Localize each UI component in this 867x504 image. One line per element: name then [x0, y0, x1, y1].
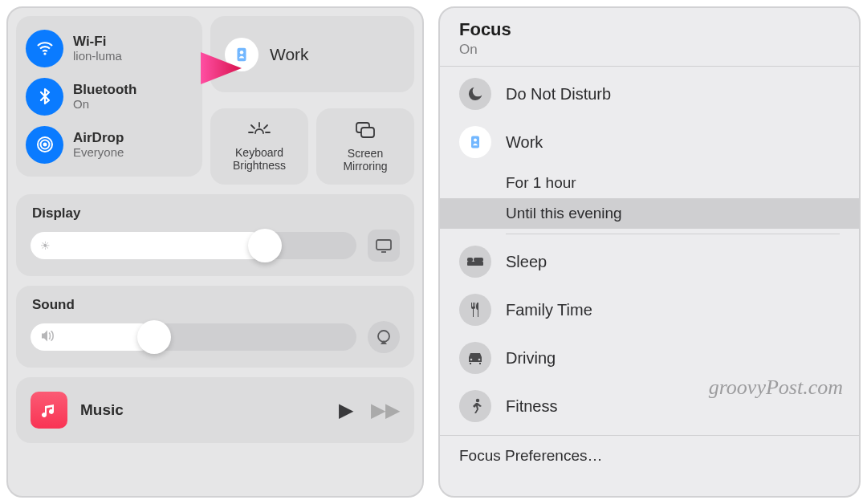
focus-item-label: Work: [506, 133, 543, 152]
airdrop-subtitle: Everyone: [73, 145, 124, 159]
sound-slider[interactable]: [31, 323, 356, 351]
display-label: Display: [32, 205, 400, 222]
speaker-icon: [40, 330, 55, 345]
airdrop-title: AirDrop: [73, 130, 124, 146]
car-icon: [459, 342, 491, 374]
wifi-title: Wi-Fi: [73, 34, 122, 50]
svg-line-9: [251, 125, 254, 128]
focus-button-label: Work: [270, 45, 309, 64]
airplay-audio-button[interactable]: [368, 321, 400, 353]
screen-mirroring-button[interactable]: Screen Mirroring: [316, 108, 414, 185]
focus-item-fitness[interactable]: Fitness: [440, 382, 859, 430]
svg-line-10: [264, 125, 267, 128]
focus-preferences-link[interactable]: Focus Preferences…: [440, 436, 859, 476]
screen-mirroring-icon: [353, 120, 377, 142]
play-icon[interactable]: ▶: [339, 399, 353, 421]
svg-rect-15: [377, 240, 391, 250]
work-option-1hour[interactable]: For 1 hour: [440, 168, 859, 198]
svg-point-19: [474, 139, 477, 142]
focus-panel-title: Focus: [459, 19, 840, 40]
focus-item-label: Do Not Disturb: [506, 85, 611, 104]
wifi-subtitle: lion-luma: [73, 49, 122, 63]
svg-point-23: [470, 359, 473, 361]
sun-icon: ☀: [40, 239, 51, 252]
svg-rect-18: [471, 136, 479, 148]
focus-item-family[interactable]: Family Time: [440, 286, 859, 334]
work-option-until-evening[interactable]: Until this evening: [440, 198, 859, 229]
moon-icon: [459, 78, 491, 110]
svg-rect-22: [474, 258, 483, 262]
bluetooth-subtitle: On: [73, 97, 136, 111]
focus-item-work[interactable]: Work: [440, 118, 859, 166]
focus-item-label: Driving: [506, 349, 556, 368]
music-tile[interactable]: Music ▶ ▶▶: [16, 377, 414, 443]
display-tile: Display ☀: [16, 194, 414, 276]
next-track-icon[interactable]: ▶▶: [371, 399, 400, 421]
keyboard-brightness-label: Keyboard Brightness: [233, 146, 286, 172]
running-person-icon: [459, 390, 491, 422]
music-label: Music: [80, 401, 326, 419]
airdrop-row[interactable]: AirDrop Everyone: [26, 120, 193, 169]
focus-item-label: Sleep: [506, 253, 547, 271]
svg-point-24: [478, 359, 481, 361]
keyboard-brightness-button[interactable]: Keyboard Brightness: [210, 108, 308, 185]
sound-tile: Sound: [16, 286, 414, 368]
svg-rect-14: [361, 128, 374, 137]
badge-icon: [459, 126, 491, 158]
focus-button[interactable]: Work: [210, 16, 414, 92]
control-center-panel: Wi-Fi lion-luma Bluetooth On AirDrop: [6, 6, 424, 498]
svg-rect-20: [467, 262, 483, 266]
bed-icon: [459, 246, 491, 278]
focus-item-dnd[interactable]: Do Not Disturb: [440, 70, 859, 118]
svg-point-7: [240, 51, 243, 54]
wifi-row[interactable]: Wi-Fi lion-luma: [26, 24, 193, 72]
focus-item-label: Fitness: [506, 397, 557, 416]
focus-panel: Focus On Do Not Disturb Work For 1 hour …: [438, 6, 861, 498]
svg-point-2: [43, 52, 46, 55]
display-slider[interactable]: ☀: [31, 232, 356, 259]
svg-rect-6: [238, 47, 246, 61]
svg-point-3: [43, 143, 47, 147]
airdrop-icon[interactable]: [26, 126, 63, 164]
svg-rect-21: [467, 258, 473, 262]
bluetooth-icon[interactable]: [26, 78, 63, 116]
badge-icon: [225, 38, 258, 71]
keyboard-brightness-icon: [247, 121, 271, 141]
wifi-icon[interactable]: [26, 30, 63, 67]
svg-point-25: [476, 399, 479, 402]
fork-knife-icon: [459, 294, 491, 326]
sound-label: Sound: [32, 297, 400, 313]
focus-item-label: Family Time: [506, 301, 592, 319]
network-tile: Wi-Fi lion-luma Bluetooth On AirDrop: [16, 16, 202, 177]
display-options-button[interactable]: [368, 230, 400, 262]
focus-panel-status: On: [459, 42, 840, 58]
focus-item-sleep[interactable]: Sleep: [440, 238, 859, 286]
focus-item-driving[interactable]: Driving: [440, 334, 859, 382]
bluetooth-row[interactable]: Bluetooth On: [26, 72, 193, 120]
work-duration-options: For 1 hour Until this evening: [440, 168, 859, 229]
svg-point-17: [378, 331, 389, 342]
bluetooth-title: Bluetooth: [73, 82, 136, 98]
screen-mirroring-label: Screen Mirroring: [343, 147, 387, 173]
apple-music-icon: [31, 392, 67, 429]
